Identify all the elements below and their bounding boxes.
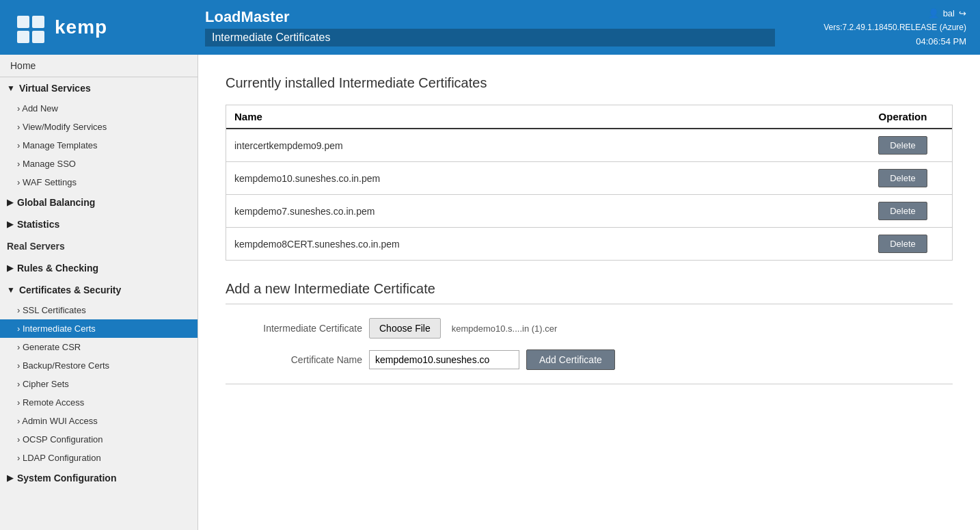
sidebar-item-intermediate-certs[interactable]: › Intermediate Certs <box>0 319 198 338</box>
logo-area: kemp <box>0 12 198 43</box>
sidebar-section-rules-checking[interactable]: ▶ Rules & Checking <box>0 257 198 279</box>
header-center: LoadMaster Intermediate Certificates <box>198 8 775 47</box>
col-op-header: Operation <box>862 111 944 122</box>
add-divider <box>226 304 953 304</box>
main-layout: Home ▼ Virtual Services › Add New › View… <box>0 55 980 530</box>
add-certificate-button[interactable]: Add Certificate <box>526 349 615 370</box>
section-label: Rules & Checking <box>17 263 98 274</box>
time-display: 04:06:54 PM <box>916 36 966 47</box>
sidebar: Home ▼ Virtual Services › Add New › View… <box>0 55 198 530</box>
delete-op: Delete <box>862 235 944 253</box>
table-header: Name Operation <box>226 105 952 129</box>
cert-name: kempdemo8CERT.suneshes.co.in.pem <box>234 239 862 250</box>
user-info: 👤 bal ↪ <box>928 8 966 18</box>
sidebar-item-ocsp[interactable]: › OCSP Configuration <box>0 430 198 449</box>
sidebar-section-system-config[interactable]: ▶ System Configuration <box>0 467 198 489</box>
version-text: Vers:7.2.49.1.18450.RELEASE (Azure) <box>824 23 966 32</box>
table-row: kempdemo8CERT.suneshes.co.in.pem Delete <box>226 228 952 260</box>
arrow-icon: ▼ <box>7 285 15 295</box>
delete-button[interactable]: Delete <box>878 235 927 253</box>
sidebar-item-generate-csr[interactable]: › Generate CSR <box>0 338 198 356</box>
choose-file-button[interactable]: Choose File <box>369 318 441 339</box>
bottom-divider <box>226 384 953 384</box>
delete-button[interactable]: Delete <box>878 202 927 220</box>
table-row: intercertkempdemo9.pem Delete <box>226 129 952 162</box>
arrow-icon: ▶ <box>7 473 13 483</box>
sidebar-item-cipher-sets[interactable]: › Cipher Sets <box>0 375 198 393</box>
sidebar-item-backup-restore[interactable]: › Backup/Restore Certs <box>0 356 198 375</box>
sidebar-item-remote-access[interactable]: › Remote Access <box>0 393 198 412</box>
sidebar-item-real-servers[interactable]: Real Servers <box>0 235 198 257</box>
logo-text: kemp <box>55 16 107 38</box>
sidebar-item-add-new[interactable]: › Add New <box>0 99 198 118</box>
arrow-icon: ▶ <box>7 263 13 273</box>
section-label: Virtual Services <box>19 83 91 94</box>
content-area: Currently installed Intermediate Certifi… <box>198 55 980 530</box>
cert-name: kempdemo7.suneshes.co.in.pem <box>234 206 862 217</box>
app-title: LoadMaster <box>205 8 775 26</box>
sidebar-item-ssl-certs[interactable]: › SSL Certificates <box>0 301 198 319</box>
section-label: Statistics <box>17 219 59 230</box>
delete-op: Delete <box>862 136 944 155</box>
sidebar-section-certs-security[interactable]: ▼ Certificates & Security <box>0 279 198 301</box>
sidebar-item-manage-sso[interactable]: › Manage SSO <box>0 155 198 173</box>
form-row-cert-name: Certificate Name Add Certificate <box>226 349 953 370</box>
arrow-icon: ▶ <box>7 198 13 207</box>
cert-name-label: Certificate Name <box>226 354 362 365</box>
svg-rect-0 <box>17 16 29 28</box>
section-label: System Configuration <box>17 473 116 483</box>
sidebar-item-admin-wui[interactable]: › Admin WUI Access <box>0 412 198 430</box>
cert-file-label: Intermediate Certificate <box>226 323 362 334</box>
kemp-logo-icon <box>14 12 48 43</box>
cert-name: kempdemo10.suneshes.co.in.pem <box>234 173 862 184</box>
page-title: Intermediate Certificates <box>205 29 775 47</box>
delete-button[interactable]: Delete <box>878 136 927 155</box>
cert-name-input[interactable] <box>369 350 519 369</box>
form-row-cert-file: Intermediate Certificate Choose File kem… <box>226 318 953 339</box>
add-section-title: Add a new Intermediate Certificate <box>226 281 953 297</box>
arrow-icon: ▼ <box>7 83 15 93</box>
cert-name: intercertkempdemo9.pem <box>234 140 862 151</box>
sidebar-section-statistics[interactable]: ▶ Statistics <box>0 213 198 235</box>
logout-icon[interactable]: ↪ <box>959 8 966 18</box>
delete-op: Delete <box>862 202 944 220</box>
col-name-header: Name <box>234 111 862 122</box>
table-row: kempdemo10.suneshes.co.in.pem Delete <box>226 162 952 195</box>
user-icon: 👤 <box>928 8 939 18</box>
sidebar-item-waf-settings[interactable]: › WAF Settings <box>0 173 198 191</box>
delete-op: Delete <box>862 169 944 187</box>
sidebar-section-global-balancing[interactable]: ▶ Global Balancing <box>0 191 198 213</box>
section-label: Global Balancing <box>17 197 95 208</box>
header: kemp LoadMaster Intermediate Certificate… <box>0 0 980 55</box>
table-row: kempdemo7.suneshes.co.in.pem Delete <box>226 195 952 228</box>
svg-rect-3 <box>32 31 44 43</box>
header-right: 👤 bal ↪ Vers:7.2.49.1.18450.RELEASE (Azu… <box>775 1 980 53</box>
installed-section-title: Currently installed Intermediate Certifi… <box>226 75 953 91</box>
sidebar-section-virtual-services[interactable]: ▼ Virtual Services <box>0 77 198 99</box>
sidebar-item-manage-templates[interactable]: › Manage Templates <box>0 136 198 155</box>
certificates-table: Name Operation intercertkempdemo9.pem De… <box>226 105 953 261</box>
sidebar-item-view-modify[interactable]: › View/Modify Services <box>0 118 198 136</box>
svg-rect-2 <box>17 31 29 43</box>
sidebar-item-home[interactable]: Home <box>0 55 198 77</box>
section-label: Certificates & Security <box>19 284 121 295</box>
arrow-icon: ▶ <box>7 220 13 229</box>
username: bal <box>943 8 955 18</box>
sidebar-item-ldap[interactable]: › LDAP Configuration <box>0 449 198 467</box>
delete-button[interactable]: Delete <box>878 169 927 187</box>
file-name-display: kempdemo10.s....in (1).cer <box>452 323 558 334</box>
svg-rect-1 <box>32 16 44 28</box>
